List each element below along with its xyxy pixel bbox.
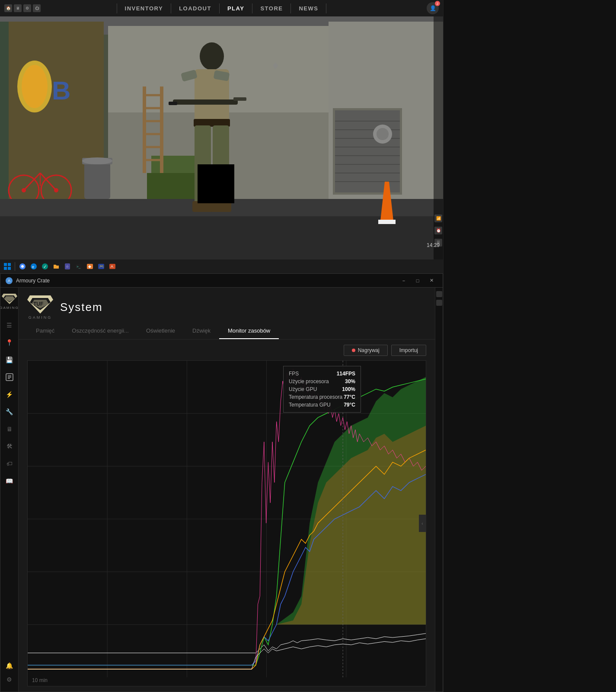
tab-dzwiek[interactable]: Dźwięk	[184, 323, 219, 339]
svg-rect-53	[233, 97, 246, 101]
orange-icon[interactable]: ◆	[85, 262, 95, 271]
gpu-usage-val: 100%	[342, 386, 355, 392]
gpu-usage-label: Użycie GPU	[289, 386, 317, 392]
tuf-logo-sidebar: GAMING	[0, 293, 19, 310]
sidebar-tag-icon[interactable]: 🏷	[3, 457, 16, 471]
svg-text:TUF: TUF	[33, 301, 43, 307]
game-right-icons: 📶 ⏰ ☰	[434, 16, 443, 260]
user-badge[interactable]: 👤 2	[427, 2, 439, 14]
clock-overlay: 14:29	[427, 242, 440, 248]
clock-time: 14:29	[427, 242, 440, 248]
game-topbar: 🏠 🖥 ⚙ ⏻ INVENTORY LOADOUT PLAY STORE NEW…	[0, 0, 443, 16]
armoury-taskbar-icon[interactable]: A	[108, 262, 117, 271]
monitor-icon[interactable]: 🖥	[14, 4, 22, 12]
svg-rect-52	[169, 102, 177, 105]
edge-icon[interactable]: e	[29, 262, 38, 271]
nav-inventory[interactable]: INVENTORY	[117, 3, 172, 13]
close-button[interactable]: ✕	[425, 276, 437, 285]
power-icon[interactable]: ⏻	[33, 4, 41, 12]
armoury-sidebar: GAMING ☰ 📍 💾 ⚡ 🔧 🖥 🛠 🏷 📖 🔔 ⚙	[0, 288, 19, 692]
record-button[interactable]: Nagrywaj	[344, 345, 388, 356]
svg-rect-60	[4, 263, 7, 266]
import-label: Importuj	[399, 347, 418, 353]
armoury-main: GAMING ☰ 📍 💾 ⚡ 🔧 🖥 🛠 🏷 📖 🔔 ⚙	[0, 288, 443, 692]
maximize-button[interactable]: □	[412, 276, 424, 285]
nav-play[interactable]: PLAY	[220, 3, 252, 13]
sidebar-bell-icon[interactable]: 🔔	[3, 659, 16, 673]
notification-count: 2	[435, 1, 440, 6]
nav-news[interactable]: NEWS	[291, 3, 326, 13]
settings-icon[interactable]: ⚙	[23, 4, 31, 12]
cpu-temp-val: 77°C	[344, 394, 355, 400]
sidebar-menu-icon[interactable]: ☰	[3, 318, 16, 332]
tab-oszczednosc[interactable]: Oszczędność energii...	[63, 323, 137, 339]
svg-text:☆: ☆	[66, 265, 69, 269]
cpu-temp-row: Temperatura procesora 77°C	[289, 393, 355, 401]
svg-text:e: e	[32, 265, 34, 269]
gpu-temp-val: 79°C	[344, 402, 355, 408]
tab-pamiec[interactable]: Pamięć	[27, 323, 63, 339]
fps-label: FPS	[289, 371, 299, 377]
armoury-title-text: Armoury Crate	[16, 278, 50, 284]
sidebar-active-icon[interactable]	[3, 370, 16, 384]
home-icon[interactable]: 🏠	[4, 4, 12, 12]
svg-text:✓: ✓	[43, 264, 47, 269]
sidebar-pin-icon[interactable]: 📍	[3, 336, 16, 349]
gpu-temp-label: Temperatura GPU	[289, 402, 331, 408]
sidebar-tools-icon[interactable]: 🛠	[3, 439, 16, 453]
nav-loadout[interactable]: LOADOUT	[171, 3, 220, 13]
sidebar-lightning-icon[interactable]: ⚡	[3, 388, 16, 401]
wifi-icon[interactable]: 📶	[434, 215, 442, 222]
user-icon: 👤	[430, 5, 436, 11]
collapse-handle[interactable]: ‹	[419, 515, 426, 532]
svg-rect-51	[173, 99, 238, 105]
tuf-logo-header: TUF GAMING	[27, 295, 53, 320]
sidebar-book-icon[interactable]: 📖	[3, 474, 16, 488]
armoury-right-panel	[435, 288, 443, 692]
armoury-content: TUF GAMING System Pamięć Oszczędność ene…	[19, 288, 435, 692]
svg-rect-61	[8, 263, 11, 266]
sidebar-screen-icon[interactable]: 🖥	[3, 422, 16, 436]
terminal-icon[interactable]: >_	[74, 262, 83, 271]
bookmark-icon[interactable]: ☆	[63, 262, 72, 271]
fps-val: 114FPS	[337, 371, 355, 377]
svg-text:A: A	[111, 264, 113, 269]
chrome-icon[interactable]	[18, 262, 27, 271]
monitor-content: Nagrywaj Importuj	[19, 340, 435, 692]
gaming-text: GAMING	[29, 315, 52, 320]
svg-rect-27	[84, 160, 110, 199]
cpu-usage-row: Użycie procesora 30%	[289, 378, 355, 385]
taskbar-separator	[15, 262, 15, 271]
start-button[interactable]	[3, 262, 12, 271]
folder-icon[interactable]	[51, 262, 61, 271]
clock-side-icon: ⏰	[434, 227, 442, 234]
chart-tooltip: FPS 114FPS Użycie procesora 30% Użycie G…	[283, 366, 361, 413]
game-nav-center: INVENTORY LOADOUT PLAY STORE NEWS	[117, 3, 327, 13]
svg-point-18	[22, 65, 48, 108]
scene-artwork: B	[0, 0, 443, 260]
svg-text:♦: ♦	[272, 58, 278, 72]
tab-monitor[interactable]: Monitor zasobów	[219, 323, 279, 339]
import-button[interactable]: Importuj	[391, 345, 426, 356]
minimize-button[interactable]: −	[398, 276, 410, 285]
gamepad-icon[interactable]: 🎮	[96, 262, 106, 271]
nav-store[interactable]: STORE	[252, 3, 291, 13]
sidebar-wrench-icon[interactable]: 🔧	[3, 405, 16, 419]
svg-marker-82	[4, 296, 15, 301]
sidebar-bottom-icons: 🔔 ⚙	[3, 659, 16, 686]
sidebar-settings-icon[interactable]: ⚙	[3, 673, 16, 686]
game-nav-right: 👤 2	[427, 2, 439, 14]
tab-oswietlenie[interactable]: Oświetlenie	[137, 323, 184, 339]
window-controls: − □ ✕	[398, 276, 437, 285]
cpu-usage-val: 30%	[345, 378, 355, 384]
svg-text:🎮: 🎮	[99, 264, 104, 269]
record-dot	[352, 349, 355, 352]
taskbar: e ✓ ☆ >_ ◆ 🎮 A	[0, 260, 443, 273]
right-panel-icon-2	[436, 300, 442, 306]
svg-text:◆: ◆	[88, 264, 91, 269]
checkmark-icon[interactable]: ✓	[40, 262, 50, 271]
cpu-usage-label: Użycie procesora	[289, 378, 329, 384]
sidebar-device-icon[interactable]: 💾	[3, 353, 16, 367]
svg-rect-63	[8, 267, 11, 270]
right-panel-icon-1	[436, 291, 442, 297]
